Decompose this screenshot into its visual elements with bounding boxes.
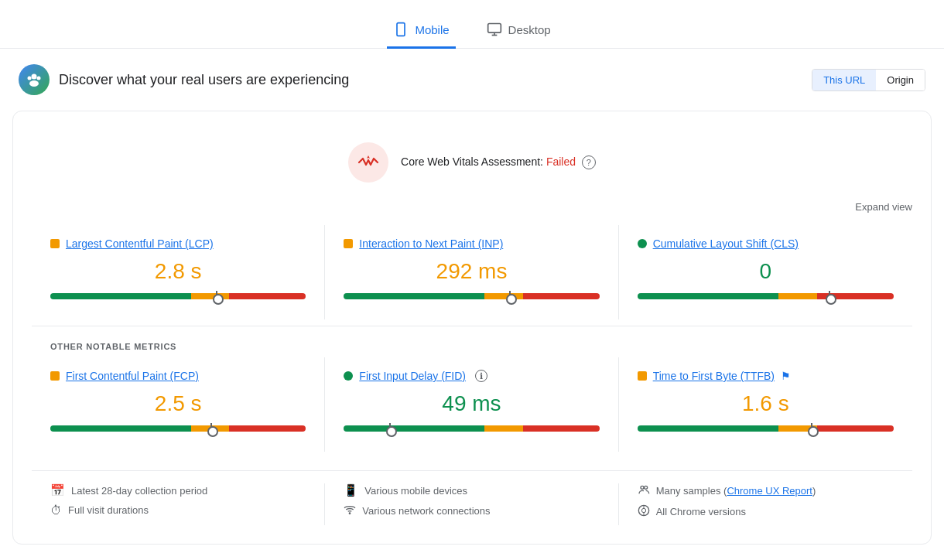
timer-icon: ⏱ [50,504,62,517]
header-left: Discover what your real users are experi… [19,64,349,95]
footer-mobile-devices: 📱 Various mobile devices [344,483,599,497]
progress-track-lcp [50,293,306,299]
svg-point-14 [641,508,645,512]
metric-label-fcp: First Contentful Paint (FCP) [50,370,306,382]
metric-value-ttfb: 1.6 s [638,391,894,416]
footer-samples-text: Many samples (Chrome UX Report) [656,485,816,497]
metric-label-lcp: Largest Contentful Paint (LCP) [50,237,306,250]
svg-point-8 [37,77,41,80]
this-url-button[interactable]: This URL [812,70,876,90]
bar-green-ttfb [638,425,778,432]
tab-desktop-label: Desktop [508,23,551,36]
svg-rect-2 [487,24,501,33]
metric-label-inp: Interaction to Next Paint (INP) [344,237,599,250]
header-section: Discover what your real users are experi… [0,49,944,111]
metric-name-cls[interactable]: Cumulative Layout Shift (CLS) [653,237,799,250]
svg-point-11 [641,486,644,489]
metric-name-ttfb[interactable]: Time to First Byte (TTFB) [653,370,775,382]
metric-value-fid: 49 ms [344,391,599,416]
svg-point-5 [32,74,37,80]
footer-col-3: Many samples (Chrome UX Report) All Chro… [619,483,912,525]
assessment-status: Failed [546,155,576,168]
metric-name-fcp[interactable]: First Contentful Paint (FCP) [66,370,199,382]
metric-flag-icon: ⚑ [781,370,791,382]
calendar-icon: 📅 [50,483,65,497]
url-toggle: This URL Origin [812,69,925,91]
bar-orange-fid [484,425,523,432]
tab-mobile-label: Mobile [415,23,449,36]
footer-samples: Many samples (Chrome UX Report) [638,483,894,498]
bar-orange-inp [484,293,523,299]
progress-bar-fcp [50,425,306,433]
svg-rect-0 [397,23,405,36]
other-metrics-label: OTHER NOTABLE METRICS [32,342,912,351]
bar-red-fcp [229,425,306,432]
footer-col-1: 📅 Latest 28-day collection period ⏱ Full… [32,483,325,525]
bar-green-inp [344,293,484,299]
other-metrics-grid: First Contentful Paint (FCP) 2.5 s First… [32,357,912,452]
footer-mobile-text: Various mobile devices [364,485,467,497]
metric-label-cls: Cumulative Layout Shift (CLS) [638,237,894,250]
footer-network-text: Various network connections [362,505,490,517]
core-metrics-grid: Largest Contentful Paint (LCP) 2.8 s Int… [32,225,912,319]
footer-network: Various network connections [344,504,599,518]
bar-red-lcp [229,293,306,299]
metric-cell-fcp: First Contentful Paint (FCP) 2.5 s [32,357,325,452]
progress-bar-fid [344,425,599,433]
progress-bar-inp [344,293,599,301]
metric-name-fid[interactable]: First Input Delay (FID) [359,370,466,382]
svg-point-12 [644,486,647,489]
metric-cell-fid: First Input Delay (FID) ℹ 49 ms [325,357,618,452]
origin-button[interactable]: Origin [876,70,925,90]
bar-green-lcp [50,293,191,299]
svg-point-6 [29,80,39,87]
expand-view[interactable]: Expand view [32,201,912,213]
metric-label-fid: First Input Delay (FID) ℹ [344,370,599,382]
metric-value-lcp: 2.8 s [50,259,306,284]
metric-dot-inp [344,239,353,248]
progress-marker-ttfb [811,423,812,434]
metric-name-lcp[interactable]: Largest Contentful Paint (LCP) [66,237,214,250]
metric-dot-fcp [50,371,60,381]
progress-track-fid [344,425,599,432]
assessment-info-icon[interactable]: ? [582,155,596,169]
chrome-ux-report-link[interactable]: Chrome UX Report [727,485,812,497]
progress-track-inp [344,293,599,299]
metric-info-icon[interactable]: ℹ [475,370,487,382]
network-icon [344,504,356,518]
metric-value-fcp: 2.5 s [50,391,306,416]
header-title: Discover what your real users are experi… [59,72,349,88]
footer-col-2: 📱 Various mobile devices Various network… [325,483,618,525]
progress-track-ttfb [638,425,894,432]
metric-dot-fid [344,371,353,381]
metric-cell-cls: Cumulative Layout Shift (CLS) 0 [619,225,912,319]
assessment-header: Core Web Vitals Assessment: Failed ? [32,130,912,201]
metric-dot-ttfb [638,371,647,381]
metric-name-inp[interactable]: Interaction to Next Paint (INP) [359,237,503,250]
metric-cell-ttfb: Time to First Byte (TTFB) ⚑ 1.6 s [619,357,912,452]
progress-track-cls [638,293,894,299]
mobile-devices-icon: 📱 [344,483,358,497]
assessment-icon [348,142,388,183]
users-icon [638,483,650,498]
bar-red-inp [523,293,600,299]
bar-green-fcp [50,425,191,432]
main-card: Core Web Vitals Assessment: Failed ? Exp… [12,111,932,545]
tab-desktop[interactable]: Desktop [481,12,557,49]
bar-red-fid [523,425,600,432]
bar-orange-cls [778,293,817,299]
tab-bar: Mobile Desktop [0,0,944,49]
tab-mobile[interactable]: Mobile [387,12,455,49]
footer: 📅 Latest 28-day collection period ⏱ Full… [32,470,912,525]
bar-green-cls [638,293,778,299]
metric-cell-lcp: Largest Contentful Paint (LCP) 2.8 s [32,225,325,319]
metric-dot-lcp [50,239,60,248]
section-divider [32,326,912,326]
metric-dot-cls [638,239,647,248]
svg-point-7 [28,77,32,80]
chrome-icon [638,504,650,519]
progress-track-fcp [50,425,306,432]
bar-red-ttfb [817,425,894,432]
metric-value-cls: 0 [638,259,894,284]
footer-visit-durations: ⏱ Full visit durations [50,504,306,517]
